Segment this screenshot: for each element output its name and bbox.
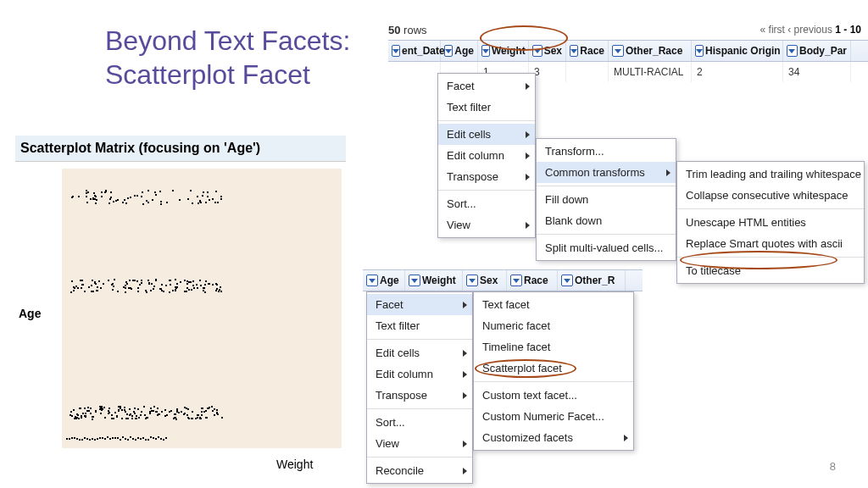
column-name: Weight (422, 274, 456, 286)
column-name: Race (580, 45, 604, 57)
menu-separator (367, 408, 472, 409)
menu-item-facet[interactable]: Facet (438, 75, 535, 97)
data-cell[interactable]: MULTI-RACIAL (609, 62, 692, 82)
row-count: 50 (388, 24, 400, 36)
column-header-race: Race (507, 270, 558, 291)
column-name: Weight (492, 45, 526, 57)
menu-item-view[interactable]: View (367, 433, 472, 454)
menu-item-text-facet[interactable]: Text facet (474, 294, 633, 315)
menu-item-edit-cells[interactable]: Edit cells (367, 342, 472, 363)
menu-item-edit-column[interactable]: Edit column (438, 145, 535, 166)
menu-item-text-filter[interactable]: Text filter (438, 97, 535, 118)
menu-item-unescape-html[interactable]: Unescape HTML entities (677, 212, 864, 233)
menu-separator (677, 257, 864, 258)
column-name: Age (454, 45, 474, 57)
page-number: 8 (830, 460, 836, 473)
column-menu-trigger[interactable] (444, 45, 453, 57)
column-name: Other_R (575, 274, 615, 286)
menu-item-edit-column[interactable]: Edit column (367, 363, 472, 385)
column-name: Sex (544, 45, 562, 57)
column-menu-trigger[interactable] (561, 274, 573, 286)
pager[interactable]: « first ‹ previous 1 - 10 (760, 24, 861, 36)
menu-item-trim-whitespace[interactable]: Trim leading and trailing whitespace (677, 164, 864, 185)
column-menu-trigger[interactable] (466, 274, 478, 286)
menu-item-scatterplot-facet[interactable]: Scatterplot facet (474, 358, 633, 379)
column-header-row-mid: AgeWeightSexRaceOther_R (363, 269, 643, 291)
column-header-weight: Weight (478, 41, 529, 61)
pager-range: 1 - 10 (835, 24, 861, 36)
column-menu-trigger[interactable] (392, 45, 400, 57)
rows-line: 50 rows « first ‹ previous 1 - 10 (388, 24, 868, 36)
menu-item-split-multi[interactable]: Split multi-valued cells... (537, 237, 676, 258)
data-cell[interactable] (566, 62, 609, 82)
title-line-2: Scatterplot Facet (105, 59, 310, 90)
column-name: Other_Race (626, 45, 682, 57)
menu-item-reconcile[interactable]: Reconcile (367, 460, 472, 481)
menu-item-customized-facets[interactable]: Customized facets (474, 427, 633, 448)
column-header-age: Age (363, 270, 405, 291)
menu-item-smart-quotes[interactable]: Replace Smart quotes with ascii (677, 233, 864, 254)
menu-item-text-filter[interactable]: Text filter (367, 315, 472, 336)
slide-title: Beyond Text Facets: Scatterplot Facet (105, 24, 350, 92)
column-menu-trigger[interactable] (481, 45, 490, 57)
menu-item-transpose[interactable]: Transpose (367, 385, 472, 406)
column-menu-trigger[interactable] (612, 45, 624, 57)
column-menu-age: Facet Text filter Edit cells Edit column… (366, 291, 473, 484)
menu-item-common-transforms[interactable]: Common transforms (537, 162, 676, 183)
column-name: Hispanic Origin (705, 45, 781, 57)
menu-item-custom-numeric-facet[interactable]: Custom Numeric Facet... (474, 406, 633, 427)
column-menu-trigger[interactable] (510, 274, 522, 286)
axis-y-label: Age (19, 307, 41, 320)
column-menu-trigger[interactable] (532, 45, 542, 57)
column-header-other-r: Other_R (558, 270, 626, 291)
menu-item-sort[interactable]: Sort... (438, 193, 535, 214)
menu-item-sort[interactable]: Sort... (367, 412, 472, 433)
menu-separator (474, 381, 633, 382)
column-menu-trigger[interactable] (366, 274, 378, 286)
submenu-common-transforms: Trim leading and trailing whitespace Col… (676, 161, 865, 284)
menu-item-titlecase[interactable]: To titlecase (677, 260, 864, 281)
data-cell[interactable]: 34 (783, 62, 851, 82)
column-header-weight: Weight (405, 270, 463, 291)
column-header-hispanic-origin: Hispanic Origin (692, 41, 783, 61)
menu-item-numeric-facet[interactable]: Numeric facet (474, 315, 633, 336)
column-name: Age (380, 274, 399, 286)
menu-item-view[interactable]: View (438, 214, 535, 236)
scatterplot-age-weight[interactable] (62, 169, 342, 448)
column-header-race: Race (566, 41, 609, 61)
column-name: Race (524, 274, 548, 286)
column-menu-weight: Facet Text filter Edit cells Edit column… (437, 73, 536, 238)
menu-separator (367, 339, 472, 340)
matrix-title: Scatterplot Matrix (focusing on 'Age') (15, 136, 346, 162)
column-header-row: ent_DateAgeWeightSexRaceOther_RaceHispan… (388, 40, 868, 62)
menu-item-collapse-whitespace[interactable]: Collapse consecutive whitespace (677, 185, 864, 206)
menu-separator (677, 208, 864, 209)
rows-word: rows (400, 24, 426, 36)
menu-item-blank-down[interactable]: Blank down (537, 210, 676, 231)
menu-item-fill-down[interactable]: Fill down (537, 189, 676, 210)
pager-prev[interactable]: « first ‹ previous (760, 24, 836, 36)
menu-item-edit-cells[interactable]: Edit cells (438, 124, 535, 145)
menu-item-facet[interactable]: Facet (367, 294, 472, 315)
column-menu-trigger[interactable] (570, 45, 578, 57)
menu-item-transpose[interactable]: Transpose (438, 166, 535, 187)
menu-item-transform[interactable]: Transform... (537, 141, 676, 162)
data-cell[interactable]: 2 (692, 62, 783, 82)
menu-item-custom-text-facet[interactable]: Custom text facet... (474, 385, 633, 406)
menu-item-timeline-facet[interactable]: Timeline facet (474, 336, 633, 358)
submenu-edit-cells: Transform... Common transforms Fill down… (536, 138, 676, 261)
column-header-age: Age (441, 41, 478, 61)
column-name: ent_Date (402, 45, 445, 57)
column-header-other-race: Other_Race (609, 41, 692, 61)
data-cell (388, 62, 441, 82)
scatterplot-matrix-panel: Scatterplot Matrix (focusing on 'Age') (15, 136, 346, 448)
column-menu-trigger[interactable] (409, 274, 420, 286)
column-menu-trigger[interactable] (695, 45, 704, 57)
menu-separator (537, 186, 676, 186)
submenu-facet: Text facet Numeric facet Timeline facet … (473, 291, 634, 451)
column-menu-trigger[interactable] (787, 45, 798, 57)
axis-x-label: Weight (276, 458, 313, 471)
data-grid-mid: AgeWeightSexRaceOther_R (363, 269, 643, 291)
column-header-ent-date: ent_Date (388, 41, 441, 61)
column-name: Body_Par (799, 45, 847, 57)
